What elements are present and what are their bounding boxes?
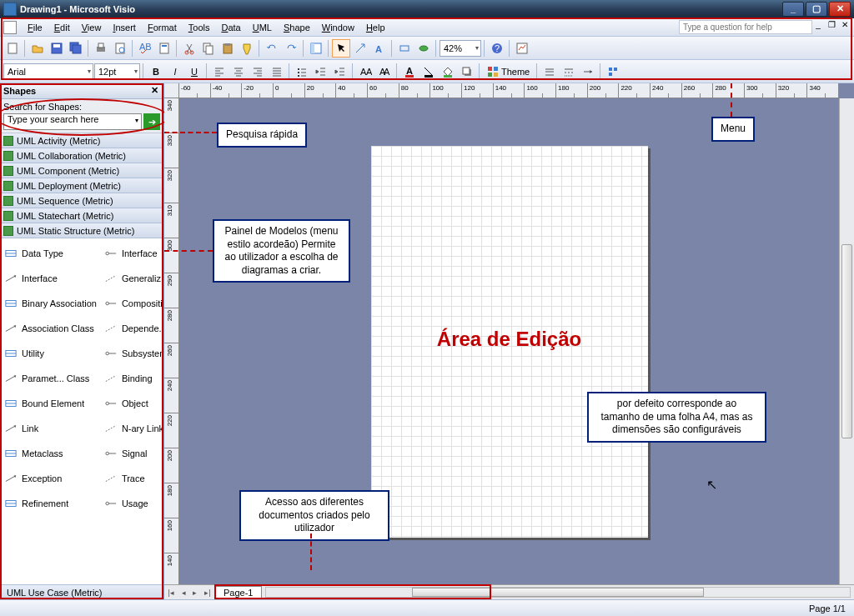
shape-master[interactable]: Exception xyxy=(3,467,97,490)
mdi-minimize[interactable]: _ xyxy=(812,21,824,31)
fill-color-icon[interactable] xyxy=(439,63,457,81)
ruler-horizontal[interactable]: -60-40-200204060801001201401601802002202… xyxy=(179,83,839,98)
text-tool-icon[interactable]: A xyxy=(370,39,389,58)
menu-window[interactable]: Window xyxy=(316,21,360,34)
menu-help[interactable]: Help xyxy=(360,21,391,34)
shape-master[interactable]: N-ary Link xyxy=(103,417,163,440)
stencil-item[interactable]: UML Collaboration (Metric) xyxy=(0,148,163,163)
rectangle-tool-icon[interactable] xyxy=(395,39,414,58)
spellcheck-icon[interactable]: ABC xyxy=(136,39,154,58)
copy-icon[interactable] xyxy=(199,39,218,58)
line-color-icon[interactable] xyxy=(419,63,438,81)
document-icon[interactable] xyxy=(3,21,17,34)
line-weight-icon[interactable] xyxy=(540,63,559,81)
shape-master[interactable]: Object xyxy=(103,392,163,415)
shape-master[interactable]: Subsystem xyxy=(103,342,163,365)
increase-indent-icon[interactable] xyxy=(331,63,349,81)
stencil-bottom[interactable]: UML Use Case (Metric) xyxy=(0,584,163,599)
menu-format[interactable]: Format xyxy=(142,21,183,34)
shape-master[interactable]: Signal xyxy=(103,442,163,465)
align-justify-icon[interactable] xyxy=(268,63,286,81)
align-left-icon[interactable] xyxy=(210,63,229,81)
mdi-close[interactable]: ✕ xyxy=(839,21,851,31)
drawing-icon[interactable] xyxy=(513,39,531,58)
menu-shape[interactable]: Shape xyxy=(278,21,316,34)
shapes-search-go[interactable]: ➔ xyxy=(143,113,160,130)
menu-data[interactable]: Data xyxy=(215,21,246,34)
stencil-item[interactable]: UML Static Structure (Metric) xyxy=(0,223,163,238)
shape-master[interactable]: Interface xyxy=(3,267,97,290)
open-icon[interactable] xyxy=(28,39,47,58)
align-center-icon[interactable] xyxy=(229,63,248,81)
saveall-icon[interactable] xyxy=(67,39,85,58)
stencil-item[interactable]: UML Activity (Metric) xyxy=(0,133,163,148)
menu-tools[interactable]: Tools xyxy=(183,21,216,34)
align-right-icon[interactable] xyxy=(249,63,267,81)
font-size-combo[interactable]: 12pt xyxy=(94,63,140,80)
line-ends-icon[interactable] xyxy=(579,63,597,81)
decrease-font-icon[interactable]: AA xyxy=(356,63,374,81)
stencil-item[interactable]: UML Component (Metric) xyxy=(0,163,163,178)
theme-button[interactable]: Theme xyxy=(483,63,534,81)
increase-font-icon[interactable]: AA xyxy=(375,63,394,81)
bullets-icon[interactable] xyxy=(293,63,311,81)
close-button[interactable]: ✕ xyxy=(829,2,851,17)
shape-master[interactable]: Binary Association xyxy=(3,292,97,315)
research-icon[interactable] xyxy=(155,39,173,58)
shape-master[interactable]: Interface xyxy=(103,242,163,265)
shape-master[interactable]: Trace xyxy=(103,467,163,490)
page-nav-buttons[interactable]: |◂◂▸▸| xyxy=(164,585,214,599)
shape-master[interactable]: Data Type xyxy=(3,242,97,265)
mdi-restore[interactable]: ❐ xyxy=(826,21,837,31)
shape-master[interactable]: Link xyxy=(3,417,97,440)
menu-edit[interactable]: Edit xyxy=(48,21,76,34)
menu-uml[interactable]: UML xyxy=(247,21,278,34)
page-tab[interactable]: Page-1 xyxy=(214,586,262,599)
shape-master[interactable]: Association Class xyxy=(3,317,97,340)
format-painter-icon[interactable] xyxy=(238,39,256,58)
new-icon[interactable] xyxy=(3,39,22,58)
stencil-item[interactable]: UML Statechart (Metric) xyxy=(0,208,163,223)
menu-insert[interactable]: Insert xyxy=(107,21,142,34)
underline-icon[interactable]: U xyxy=(185,63,203,81)
shapes-search-input[interactable]: Type your search here xyxy=(3,113,142,130)
shape-master[interactable]: Binding xyxy=(103,367,163,390)
font-color-icon[interactable]: A xyxy=(400,63,419,81)
decrease-indent-icon[interactable] xyxy=(312,63,330,81)
help-icon[interactable]: ? xyxy=(488,39,506,58)
shape-master[interactable]: Refinement xyxy=(3,492,97,515)
menu-file[interactable]: File xyxy=(22,21,48,34)
minimize-button[interactable]: _ xyxy=(782,2,804,17)
cut-icon[interactable] xyxy=(180,39,198,58)
vertical-scrollbar[interactable] xyxy=(839,98,854,584)
shapes-panel-close[interactable]: ✕ xyxy=(148,85,160,97)
shadow-icon[interactable] xyxy=(458,63,476,81)
shape-master[interactable]: Utility xyxy=(3,342,97,365)
redo-icon[interactable] xyxy=(282,39,300,58)
shape-master[interactable]: Compositi... xyxy=(103,292,163,315)
shapes-window-icon[interactable] xyxy=(307,39,325,58)
shape-master[interactable]: Generaliz... xyxy=(103,267,163,290)
font-name-combo[interactable]: Arial xyxy=(3,63,93,80)
connector-tool-icon[interactable] xyxy=(351,39,369,58)
page[interactable]: Área de Edição xyxy=(371,146,648,538)
shape-master[interactable]: Paramet... Class xyxy=(3,367,97,390)
paste-icon[interactable] xyxy=(219,39,237,58)
align-shapes-icon[interactable] xyxy=(604,63,622,81)
menu-view[interactable]: View xyxy=(76,21,108,34)
undo-icon[interactable] xyxy=(263,39,281,58)
horizontal-scrollbar[interactable] xyxy=(265,587,851,598)
zoom-combo[interactable]: 42% xyxy=(440,40,481,57)
shape-master[interactable]: Metaclass xyxy=(3,442,97,465)
stencil-item[interactable]: UML Deployment (Metric) xyxy=(0,178,163,193)
shape-master[interactable]: Usage xyxy=(103,492,163,515)
italic-icon[interactable]: I xyxy=(166,63,184,81)
shape-master[interactable]: Depende... xyxy=(103,317,163,340)
bold-icon[interactable]: B xyxy=(147,63,165,81)
save-icon[interactable] xyxy=(48,39,66,58)
help-search-input[interactable] xyxy=(679,20,812,34)
shape-master[interactable]: Bound Element xyxy=(3,392,97,415)
print-preview-icon[interactable] xyxy=(111,39,129,58)
line-pattern-icon[interactable] xyxy=(560,63,578,81)
pointer-tool-icon[interactable] xyxy=(332,39,350,58)
